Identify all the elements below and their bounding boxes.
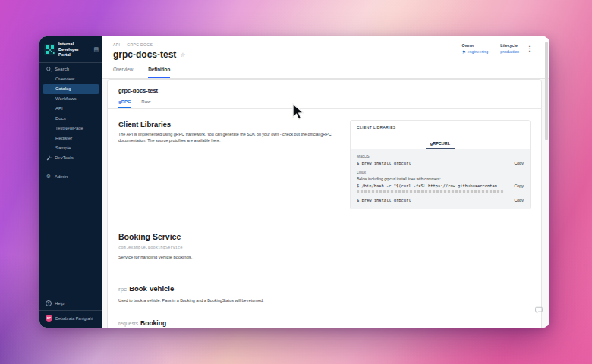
code-row-macos: $ brew install grpcurl Copy xyxy=(357,161,524,165)
rpc-name: Book Vehicle xyxy=(129,284,174,293)
card-title: grpc-docs-test xyxy=(108,80,541,94)
rpc-title: rpcBook Vehicle xyxy=(118,281,531,294)
sidebar-item-admin[interactable]: ⚙ Admin xyxy=(39,172,102,182)
service-fqn: com.example.BookingService xyxy=(118,245,531,249)
code-row-linux: $ /bin/bash -c "$(curl -fsSL https://raw… xyxy=(357,184,524,188)
request-section: requestsBooking Represents the booking o… xyxy=(108,303,541,328)
sidebar-divider xyxy=(39,168,102,168)
entity-header: API — GRPC DOCS grpc-docs-test ☆ Owner e… xyxy=(102,36,549,79)
copy-button[interactable]: Copy xyxy=(514,198,524,202)
sidebar-item-overview[interactable]: Overview xyxy=(39,74,102,84)
sidebar-item-label: TestNewPage xyxy=(55,126,83,130)
lifecycle-link[interactable]: production xyxy=(500,49,519,54)
request-kind: requests xyxy=(118,321,138,326)
owner-link[interactable]: engineering xyxy=(462,49,489,54)
main-area: grpc-docs-test gRPC Raw Client Libraries… xyxy=(102,36,549,328)
request-name: Booking xyxy=(140,319,166,327)
tab-grpc[interactable]: gRPC xyxy=(118,99,131,108)
sidebar-item-search[interactable]: Search xyxy=(39,64,102,74)
lifecycle-group: Lifecycle production xyxy=(500,43,519,54)
tab-definition[interactable]: Definition xyxy=(148,67,170,78)
sidebar-item-label: Register xyxy=(55,136,72,140)
lifecycle-label: Lifecycle xyxy=(500,43,519,48)
sidebar-item-label: Docs xyxy=(55,116,66,121)
owner-value: engineering xyxy=(468,49,489,54)
code-row-linux-2: $ brew install grpcurl Copy xyxy=(357,198,524,202)
sidebar-item-label: Overview xyxy=(55,77,74,81)
gear-icon: ⚙ xyxy=(46,174,52,180)
search-icon xyxy=(46,66,52,72)
favorite-star-icon[interactable]: ☆ xyxy=(180,52,185,58)
macos-code: $ brew install grpcurl xyxy=(357,161,411,165)
tab-grpcurl[interactable]: gRPCURL xyxy=(426,141,455,149)
client-libraries-panel: CLIENT LIBRARIES gRPCURL MacOS $ brew in… xyxy=(350,120,531,209)
content-scroll-area: grpc-docs-test gRPC Raw Client Libraries… xyxy=(102,36,549,328)
sidebar-item-label: Sample xyxy=(55,146,71,150)
user-name: Debabrata Panigrahi xyxy=(55,316,93,321)
user-profile[interactable]: DP Debabrata Panigrahi xyxy=(39,313,102,323)
client-libraries-section: Client Libraries The API is implemented … xyxy=(108,109,541,209)
avatar: DP xyxy=(46,315,52,322)
portal-logo-icon xyxy=(44,44,55,55)
group-icon xyxy=(462,50,466,54)
lifecycle-value: production xyxy=(500,49,519,54)
request-title: requestsBooking xyxy=(118,315,531,328)
sidebar-item-devtools[interactable]: DevTools xyxy=(39,153,102,163)
help-icon: ? xyxy=(46,300,52,306)
rpc-kind: rpc xyxy=(118,286,127,293)
sidebar-item-docs[interactable]: Docs xyxy=(39,114,102,124)
vertical-scrollbar[interactable] xyxy=(545,42,548,140)
sidebar-item-label: Search xyxy=(55,67,69,71)
entity-tab-bar: Overview Definition xyxy=(113,67,539,78)
sidebar-item-label: Catalog xyxy=(55,86,71,91)
sidebar-item-label: Help xyxy=(55,301,64,306)
panel-header: CLIENT LIBRARIES xyxy=(351,121,530,133)
sidebar-divider xyxy=(39,310,102,311)
api-definition-card: grpc-docs-test gRPC Raw Client Libraries… xyxy=(107,79,542,328)
sidebar-item-register[interactable]: Register xyxy=(39,133,102,143)
client-libraries-description: The API is implemented using gRPC framew… xyxy=(118,131,341,144)
kebab-menu-icon[interactable]: ⋮ xyxy=(526,45,533,52)
sidebar-item-workflows[interactable]: Workflows xyxy=(39,94,102,104)
sidebar-item-label: API xyxy=(55,106,63,111)
entity-meta: Owner engineering Lifecycle production xyxy=(462,43,519,54)
app-window: Internal Developer Portal ▤ Search Overv… xyxy=(39,36,549,328)
client-libraries-heading: Client Libraries xyxy=(118,120,341,128)
sidebar-item-help[interactable]: ? Help xyxy=(39,298,102,308)
rpc-section: rpcBook Vehicle Used to book a vehicle. … xyxy=(108,259,541,303)
card-tab-bar: gRPC Raw xyxy=(108,94,541,109)
linux-code-2: $ brew install grpcurl xyxy=(357,198,411,202)
client-libraries-text: Client Libraries The API is implemented … xyxy=(118,120,341,209)
page-title: grpc-docs-test xyxy=(113,49,176,60)
macos-label: MacOS xyxy=(357,154,524,158)
linux-label: Linux xyxy=(357,170,524,174)
sidebar-item-sample[interactable]: Sample xyxy=(39,143,102,153)
sidebar-item-label: Workflows xyxy=(55,96,77,101)
tab-raw[interactable]: Raw xyxy=(141,99,150,108)
horizontal-scrollbar[interactable] xyxy=(357,190,504,193)
sidebar-bottom: ? Help DP Debabrata Panigrahi xyxy=(39,298,102,328)
linux-comment: Below including grpcurl install lines wi… xyxy=(357,177,524,181)
booking-service-section: Booking Service com.example.BookingServi… xyxy=(108,209,541,259)
tab-overview[interactable]: Overview xyxy=(113,67,133,78)
owner-label: Owner xyxy=(462,43,489,48)
sidebar: Internal Developer Portal ▤ Search Overv… xyxy=(39,36,102,328)
owner-group: Owner engineering xyxy=(462,43,489,54)
panel-code-area: MacOS $ brew install grpcurl Copy Linux … xyxy=(351,149,530,209)
sidebar-item-api[interactable]: API xyxy=(39,104,102,114)
linux-code: $ /bin/bash -c "$(curl -fsSL https://raw… xyxy=(357,184,497,188)
service-heading: Booking Service xyxy=(118,232,531,241)
sidebar-item-testnewpage[interactable]: TestNewPage xyxy=(39,124,102,133)
copy-button[interactable]: Copy xyxy=(514,161,524,165)
sidebar-item-catalog[interactable]: Catalog xyxy=(43,84,99,94)
wrench-icon xyxy=(46,155,52,161)
sidebar-item-label: DevTools xyxy=(55,155,74,160)
sidebar-divider xyxy=(39,62,102,63)
panel-tab-bar: gRPCURL xyxy=(351,133,530,149)
portal-title: Internal Developer Portal xyxy=(58,42,90,58)
copy-button[interactable]: Copy xyxy=(514,184,524,188)
sidebar-item-label: Admin xyxy=(55,174,68,179)
feedback-bubble-icon[interactable] xyxy=(535,303,543,317)
sidebar-collapse-icon[interactable]: ▤ xyxy=(93,46,99,52)
sidebar-header: Internal Developer Portal ▤ xyxy=(39,36,102,62)
